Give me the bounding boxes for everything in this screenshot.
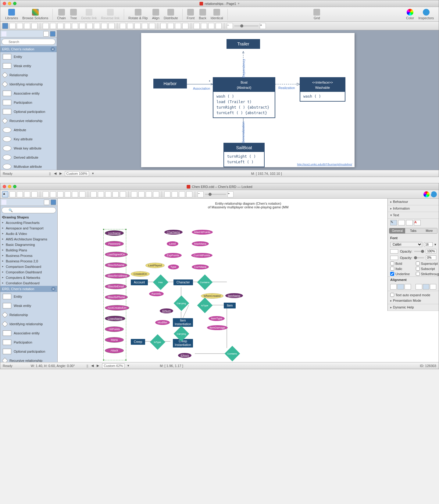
rel-carrying1[interactable]: Carrying xyxy=(174,296,189,311)
folder-item[interactable]: Business Process 2,0 xyxy=(0,258,57,264)
library-item[interactable]: Participation xyxy=(0,98,57,107)
line-5[interactable] xyxy=(120,191,126,197)
conn-tool-2[interactable] xyxy=(50,23,56,29)
attr-selected[interactable]: AcctName xyxy=(105,230,124,236)
pointer-tool[interactable] xyxy=(2,23,8,29)
uml-interface-washable[interactable]: <<interface>>Washable wash ( ) xyxy=(300,77,345,102)
line-tool-5[interactable] xyxy=(149,23,155,29)
library-item[interactable]: Derived attribute xyxy=(0,153,57,162)
conn-tool-10[interactable] xyxy=(109,23,115,29)
attr-whencreated[interactable]: WhenCreated xyxy=(201,293,223,299)
library-close-button[interactable]: ✕ xyxy=(51,287,55,291)
dynamic-help[interactable]: Dynamic Help xyxy=(388,304,439,311)
zoom-slider[interactable] xyxy=(205,194,226,195)
attr-exp[interactable]: ExpPoints xyxy=(164,253,182,258)
rel-has[interactable]: Has xyxy=(153,275,169,290)
conn-tool-8[interactable] xyxy=(94,23,100,29)
library-search-input[interactable] xyxy=(2,207,56,213)
library-item[interactable]: Recursive relationship xyxy=(0,116,57,125)
attr-type[interactable]: Type xyxy=(168,265,179,269)
valign-top[interactable] xyxy=(416,284,422,290)
ellipse-tool[interactable] xyxy=(17,191,23,197)
close-button[interactable] xyxy=(3,185,6,188)
chain-button[interactable]: Chain xyxy=(55,8,68,20)
attr-selected[interactable]: SbscrbrName xyxy=(105,262,127,268)
library-item[interactable]: Recursive relationship xyxy=(0,356,57,362)
folder-item[interactable]: Audio & Video xyxy=(0,231,57,236)
inspector-information[interactable]: Information xyxy=(388,205,439,212)
distribute-button[interactable]: Distribute xyxy=(162,8,180,20)
text-style-icon[interactable]: ✎ xyxy=(390,220,397,225)
canvas-area[interactable]: Entity-relationship diagram (Chen's nota… xyxy=(58,199,439,362)
uml-class-harbor[interactable]: Harbor xyxy=(153,79,187,88)
search-tab-button[interactable] xyxy=(50,31,55,37)
check-bold[interactable] xyxy=(390,261,394,265)
zoom-out[interactable] xyxy=(172,191,178,197)
identical-button[interactable]: Identical xyxy=(209,8,225,20)
inspector-tab-more[interactable]: More xyxy=(421,228,437,233)
titlebar[interactable]: relationships - Page1 ▾ xyxy=(0,0,439,7)
rel-istype1[interactable]: IsType xyxy=(197,298,213,313)
arrow-tool-4[interactable] xyxy=(182,23,188,29)
pointer-tool[interactable]: ▲ xyxy=(2,191,8,197)
entity-item[interactable]: Item xyxy=(224,303,236,308)
folder-item[interactable]: AWS Architecture Diagrams xyxy=(0,236,57,242)
conn-tool-3[interactable] xyxy=(57,23,63,29)
conn-tool-9[interactable] xyxy=(101,23,107,29)
attr-modifier[interactable]: Modifier xyxy=(155,320,170,325)
library-item[interactable]: Key attribute xyxy=(0,135,57,144)
zoom-in[interactable] xyxy=(164,191,170,197)
sidebar-handle-icon[interactable] xyxy=(2,200,6,205)
browse-solutions-button[interactable]: Browse Solutions xyxy=(20,8,50,20)
uml-class-trailer[interactable]: Trailer xyxy=(227,39,260,49)
library-header[interactable]: ERD, Chen's notation ✕ xyxy=(0,286,57,292)
zoom-select[interactable]: Custom 62% xyxy=(102,363,124,368)
library-item[interactable]: Relationship xyxy=(0,310,57,319)
attr-selected[interactable]: Mana xyxy=(105,337,124,343)
library-item[interactable]: Identifying relationship xyxy=(0,319,57,329)
arrow-3[interactable] xyxy=(146,191,152,197)
maximize-button[interactable] xyxy=(13,185,16,188)
attr-itemname[interactable]: ItemName xyxy=(225,293,243,298)
reverse-link-button[interactable]: Reverse link xyxy=(99,8,122,20)
attr-currhp[interactable]: CurrHitPoints xyxy=(191,253,212,258)
check-superscript[interactable] xyxy=(416,261,420,265)
eyedrop-tool[interactable] xyxy=(216,23,222,29)
arrow-2[interactable] xyxy=(138,191,145,197)
valign-bottom[interactable] xyxy=(430,284,436,290)
align-left[interactable] xyxy=(390,284,397,290)
attr-createdon[interactable]: CreatedOn xyxy=(131,271,150,277)
library-header[interactable]: ERD, Chen's notation ✕ xyxy=(0,46,57,52)
library-item[interactable]: Entity xyxy=(0,52,57,61)
line-4[interactable] xyxy=(112,191,119,197)
align-center[interactable] xyxy=(397,284,404,290)
library-item[interactable]: Participation xyxy=(0,338,57,347)
conn-tool-6[interactable] xyxy=(79,23,85,29)
attr-idnum1[interactable]: IDNum xyxy=(160,308,173,313)
folder-item[interactable]: Building Plans xyxy=(0,247,57,253)
inspectors-button[interactable]: Inspectors xyxy=(416,8,436,20)
library-item[interactable]: Optional participation xyxy=(0,347,57,356)
library-item[interactable]: Associative entity xyxy=(0,89,57,98)
grid-view-button[interactable] xyxy=(43,31,49,37)
conn-tool-5[interactable] xyxy=(72,23,78,29)
canvas-area[interactable]: Harbor Trailer Boat{Abstract} wash ( )lo… xyxy=(57,30,439,170)
pan[interactable] xyxy=(179,191,185,197)
arrow-tool-2[interactable] xyxy=(168,23,174,29)
attr-selected[interactable]: SbscrbrPhone xyxy=(105,294,128,300)
library-close-button[interactable]: ✕ xyxy=(51,47,55,51)
attr-selected[interactable]: CreepName xyxy=(105,316,125,321)
check-underline[interactable] xyxy=(390,272,394,276)
zoom-select[interactable]: Custom 108% xyxy=(65,171,89,176)
grid-view-button[interactable] xyxy=(44,200,49,205)
sidebar-handle-icon[interactable] xyxy=(2,31,6,36)
maximize-button[interactable] xyxy=(13,2,16,5)
attr-selected[interactable]: HitPoints xyxy=(105,326,124,332)
border-icon[interactable] xyxy=(406,220,413,225)
auto-expand-checkbox[interactable] xyxy=(390,293,394,297)
tool-4[interactable] xyxy=(24,23,30,29)
conn-6[interactable] xyxy=(79,191,85,197)
arrow-1[interactable] xyxy=(131,191,137,197)
conn-2[interactable] xyxy=(50,191,56,197)
inspector-tab-tabs[interactable]: Tabs xyxy=(405,228,421,233)
